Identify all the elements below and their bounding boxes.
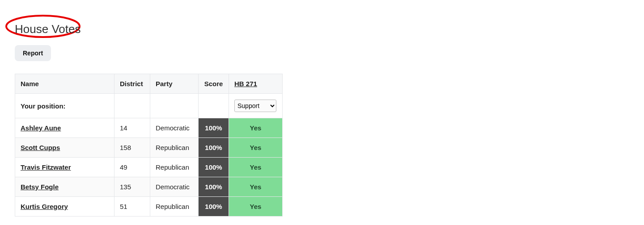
legislator-link[interactable]: Scott Cupps (21, 144, 60, 151)
table-row: Kurtis Gregory 51 Republican 100% Yes (15, 197, 283, 217)
col-party: Party (150, 74, 199, 94)
position-row: Your position: Support (15, 94, 283, 118)
vote-cell: Yes (229, 177, 283, 197)
score-cell: 100% (199, 138, 229, 158)
legislator-link[interactable]: Travis Fitzwater (21, 163, 71, 171)
legislator-link[interactable]: Ashley Aune (21, 124, 61, 132)
vote-cell: Yes (229, 158, 283, 177)
district-cell: 135 (114, 177, 150, 197)
bill-link[interactable]: HB 271 (234, 80, 257, 88)
party-cell: Democratic (150, 177, 199, 197)
col-bill: HB 271 (229, 74, 283, 94)
party-cell: Democratic (150, 118, 199, 138)
position-select[interactable]: Support (234, 100, 276, 112)
vote-cell: Yes (229, 118, 283, 138)
table-row: Ashley Aune 14 Democratic 100% Yes (15, 118, 283, 138)
table-row: Scott Cupps 158 Republican 100% Yes (15, 138, 283, 158)
vote-cell: Yes (229, 197, 283, 217)
score-cell: 100% (199, 118, 229, 138)
party-cell: Republican (150, 197, 199, 217)
score-cell: 100% (199, 197, 229, 217)
vote-cell: Yes (229, 138, 283, 158)
col-district: District (114, 74, 150, 94)
page-title: House Votes (15, 22, 80, 36)
district-cell: 14 (114, 118, 150, 138)
col-name: Name (15, 74, 114, 94)
party-cell: Republican (150, 138, 199, 158)
district-cell: 49 (114, 158, 150, 177)
district-cell: 51 (114, 197, 150, 217)
legislator-link[interactable]: Betsy Fogle (21, 183, 59, 191)
table-row: Travis Fitzwater 49 Republican 100% Yes (15, 158, 283, 177)
votes-table: Name District Party Score HB 271 Your po… (15, 74, 283, 217)
position-label: Your position: (15, 94, 114, 118)
party-cell: Republican (150, 158, 199, 177)
legislator-link[interactable]: Kurtis Gregory (21, 203, 68, 210)
col-score: Score (199, 74, 229, 94)
score-cell: 100% (199, 177, 229, 197)
table-row: Betsy Fogle 135 Democratic 100% Yes (15, 177, 283, 197)
district-cell: 158 (114, 138, 150, 158)
score-cell: 100% (199, 158, 229, 177)
report-button[interactable]: Report (15, 45, 51, 61)
